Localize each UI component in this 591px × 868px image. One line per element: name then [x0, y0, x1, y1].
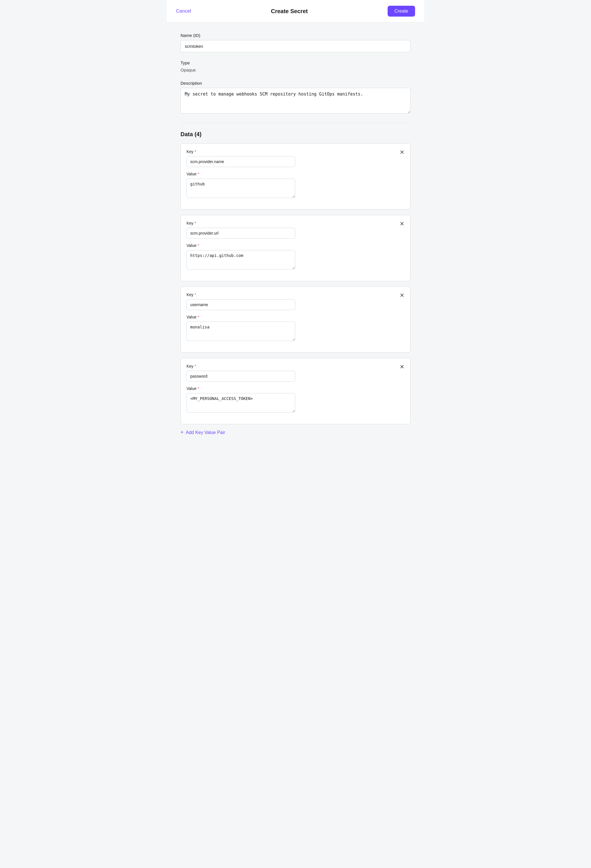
- kv-fields: Key * Value * github: [187, 149, 395, 204]
- required-star: *: [195, 149, 196, 154]
- kv-card: Key * Value * github: [180, 143, 411, 210]
- remove-pair-button[interactable]: ✕: [395, 149, 404, 155]
- required-star: *: [195, 221, 196, 226]
- kv-pairs-container: Key * Value * github: [180, 143, 411, 424]
- value-input[interactable]: monalisa: [187, 322, 295, 341]
- value-input-wrapper: <MY_PERSONAL_ACCESS_TOKEN>: [187, 393, 295, 414]
- value-field-group: Value * <MY_PERSONAL_ACCESS_TOKEN>: [187, 386, 395, 414]
- value-input[interactable]: github: [187, 179, 295, 198]
- data-section: Data (4) Key *: [180, 131, 411, 435]
- key-field-group: Key *: [187, 292, 395, 310]
- add-kv-label: Add Key Value Pair: [186, 430, 225, 435]
- key-input-wrapper: [187, 299, 295, 310]
- kv-row: Key * Value * https://api.git: [187, 221, 404, 275]
- kv-card: Key * Value * https://api.git: [180, 215, 411, 281]
- value-field-group: Value * https://api.github.com: [187, 243, 395, 271]
- create-button[interactable]: Create: [388, 6, 415, 16]
- key-input[interactable]: [187, 299, 295, 310]
- page-container: Cancel Create Secret Create Name (ID) Ty…: [167, 0, 424, 868]
- description-section: Description: [180, 81, 411, 115]
- required-star: *: [197, 243, 199, 248]
- required-star: *: [197, 315, 199, 319]
- type-label: Type: [180, 61, 411, 65]
- key-field-group: Key *: [187, 364, 395, 382]
- add-key-value-button[interactable]: + Add Key Value Pair: [180, 430, 225, 435]
- name-section: Name (ID): [180, 33, 411, 52]
- data-section-title: Data (4): [180, 131, 411, 137]
- key-field-group: Key *: [187, 221, 395, 239]
- key-field-group: Key *: [187, 149, 395, 167]
- remove-pair-button[interactable]: ✕: [395, 364, 404, 370]
- kv-fields: Key * Value * <MY_PERSONAL_AC: [187, 364, 395, 418]
- description-input[interactable]: [180, 88, 411, 114]
- kv-row: Key * Value * monalisa: [187, 292, 404, 347]
- key-label: Key *: [187, 149, 395, 154]
- value-input[interactable]: <MY_PERSONAL_ACCESS_TOKEN>: [187, 393, 295, 413]
- name-label: Name (ID): [180, 33, 411, 38]
- kv-card: Key * Value * monalisa: [180, 286, 411, 353]
- value-label: Value *: [187, 243, 395, 248]
- description-label: Description: [180, 81, 411, 86]
- remove-pair-button[interactable]: ✕: [395, 221, 404, 227]
- required-star: *: [195, 292, 196, 297]
- key-input-wrapper: [187, 228, 295, 239]
- main-content: Name (ID) Type Opaque Description Data (…: [167, 23, 424, 446]
- cancel-button[interactable]: Cancel: [176, 8, 191, 14]
- value-label: Value *: [187, 315, 395, 319]
- type-section: Type Opaque: [180, 61, 411, 73]
- required-star: *: [197, 172, 199, 176]
- value-input[interactable]: https://api.github.com: [187, 250, 295, 270]
- key-label: Key *: [187, 292, 395, 297]
- value-input-wrapper: https://api.github.com: [187, 250, 295, 271]
- page-title: Create Secret: [271, 8, 308, 15]
- key-input-wrapper: [187, 371, 295, 382]
- required-star: *: [197, 386, 199, 391]
- value-field-group: Value * github: [187, 172, 395, 199]
- kv-row: Key * Value * <MY_PERSONAL_AC: [187, 364, 404, 418]
- value-label: Value *: [187, 172, 395, 176]
- key-label: Key *: [187, 364, 395, 369]
- type-value: Opaque: [180, 68, 196, 72]
- value-input-wrapper: monalisa: [187, 322, 295, 342]
- value-input-wrapper: github: [187, 179, 295, 199]
- key-input[interactable]: [187, 228, 295, 239]
- value-field-group: Value * monalisa: [187, 315, 395, 342]
- value-label: Value *: [187, 386, 395, 391]
- key-input[interactable]: [187, 156, 295, 167]
- kv-row: Key * Value * github: [187, 149, 404, 204]
- name-input[interactable]: [180, 40, 411, 52]
- key-label: Key *: [187, 221, 395, 226]
- key-input[interactable]: [187, 371, 295, 382]
- plus-icon: +: [180, 430, 184, 435]
- key-input-wrapper: [187, 156, 295, 167]
- required-star: *: [195, 364, 196, 369]
- kv-card: Key * Value * <MY_PERSONAL_AC: [180, 358, 411, 424]
- kv-fields: Key * Value * monalisa: [187, 292, 395, 347]
- header: Cancel Create Secret Create: [167, 0, 424, 23]
- remove-pair-button[interactable]: ✕: [395, 292, 404, 298]
- kv-fields: Key * Value * https://api.git: [187, 221, 395, 275]
